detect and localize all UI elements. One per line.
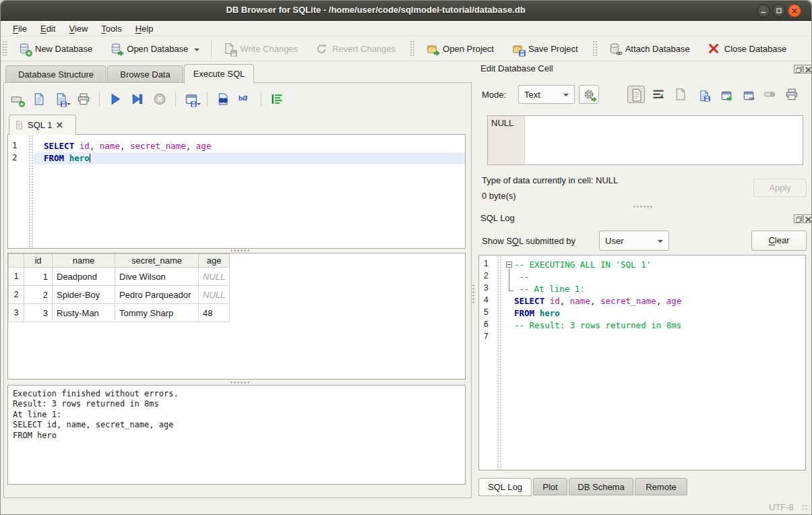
- print-cell-button[interactable]: [783, 86, 801, 103]
- close-panel-button[interactable]: [803, 65, 812, 73]
- cell-name[interactable]: Rusty-Man: [53, 304, 115, 322]
- import-data-button: [672, 86, 689, 103]
- toolbar-drag-handle[interactable]: [2, 40, 8, 57]
- column-header-name[interactable]: name: [53, 254, 115, 268]
- results-header-row: id name secret_name age: [9, 254, 230, 268]
- open-database-dropdown-icon[interactable]: [194, 49, 199, 54]
- tab-database-structure[interactable]: Database Structure: [5, 65, 106, 83]
- word-wrap-button[interactable]: [650, 86, 667, 103]
- cell-id[interactable]: 1: [24, 268, 53, 286]
- copy-link-button[interactable]: [739, 86, 756, 103]
- tab-plot[interactable]: Plot: [533, 478, 567, 495]
- text-mode-button[interactable]: [627, 86, 645, 103]
- new-database-button[interactable]: New Database: [9, 38, 101, 59]
- export-data-button[interactable]: [694, 86, 712, 103]
- cell-age[interactable]: 48: [199, 304, 230, 322]
- row-header[interactable]: 2: [9, 286, 24, 304]
- cell-age[interactable]: NULL: [199, 268, 230, 286]
- row-header[interactable]: 3: [9, 304, 24, 322]
- log-filter-select[interactable]: User: [599, 231, 669, 251]
- tab-db-schema[interactable]: DB Schema: [569, 478, 633, 495]
- execute-all-button[interactable]: [108, 92, 122, 106]
- row-header[interactable]: 1: [9, 268, 24, 286]
- menu-help[interactable]: Help: [129, 22, 160, 35]
- open-external-button[interactable]: [716, 86, 734, 103]
- open-project-button[interactable]: Open Project: [417, 38, 503, 59]
- minimize-icon: [759, 7, 768, 15]
- auto-detect-button[interactable]: [579, 85, 599, 104]
- table-row[interactable]: 3 3 Rusty-Man Tommy Sharp 48: [9, 304, 230, 322]
- open-database-button[interactable]: Open Database: [101, 38, 208, 59]
- mode-select[interactable]: Text: [518, 85, 575, 104]
- line-number: 5: [479, 307, 495, 317]
- toolbar-separator: [207, 92, 208, 107]
- cell-id[interactable]: 3: [24, 304, 53, 322]
- panel-splitter[interactable]: [472, 284, 475, 304]
- corner-header[interactable]: [9, 254, 24, 268]
- toolbar-drag-handle[interactable]: [592, 40, 598, 57]
- float-panel-button[interactable]: [794, 65, 803, 73]
- export-results-button[interactable]: [185, 92, 198, 106]
- column-header-age[interactable]: age: [199, 254, 230, 268]
- maximize-icon: [775, 7, 783, 15]
- tab-browse-data[interactable]: Browse Data: [107, 65, 183, 83]
- cell-size-info: 0 byte(s): [482, 191, 516, 201]
- cell-value-editor[interactable]: NULL: [487, 115, 803, 165]
- save-project-button[interactable]: Save Project: [503, 38, 587, 59]
- results-message-splitter[interactable]: [230, 381, 250, 384]
- cell-age[interactable]: NULL: [199, 286, 230, 304]
- save-sql-dropdown-icon[interactable]: [67, 103, 71, 107]
- find-replace-button[interactable]: ba: [239, 92, 252, 106]
- titlebar[interactable]: DB Browser for SQLite - /home/user/code/…: [1, 1, 811, 21]
- open-sql-file-button[interactable]: [32, 92, 46, 106]
- export-dropdown-icon[interactable]: [197, 103, 201, 107]
- dock-splitter[interactable]: [633, 205, 653, 208]
- window-close-button[interactable]: [788, 4, 801, 18]
- cell-name[interactable]: Spider-Boy: [53, 286, 115, 304]
- save-sql-file-button[interactable]: [55, 92, 68, 106]
- cell-secret-name[interactable]: Tommy Sharp: [115, 304, 199, 322]
- menu-view[interactable]: View: [62, 22, 94, 35]
- code-line-current: FROM hero: [34, 152, 465, 164]
- window-maximize-button[interactable]: [772, 4, 786, 18]
- sql-editor-tab[interactable]: SQL 1: [9, 115, 76, 135]
- menubar: File Edit View Tools Help: [1, 21, 811, 36]
- print-button[interactable]: [77, 92, 90, 106]
- log-filter-label: Show SQL submitted by: [482, 236, 575, 246]
- format-sql-button[interactable]: [270, 92, 284, 106]
- column-header-id[interactable]: id: [24, 254, 53, 268]
- close-tab-icon[interactable]: [56, 121, 63, 129]
- cell-secret-name[interactable]: Dive Wilson: [115, 268, 199, 286]
- menu-tools[interactable]: Tools: [94, 22, 128, 35]
- tab-remote[interactable]: Remote: [635, 478, 687, 495]
- float-panel-button[interactable]: [794, 214, 803, 223]
- execution-status-box[interactable]: Execution finished without errors. Resul…: [7, 385, 466, 485]
- results-grid[interactable]: id name secret_name age 1 1 Deadpond Div…: [7, 253, 466, 380]
- table-row[interactable]: 1 1 Deadpond Dive Wilson NULL: [9, 268, 230, 286]
- menu-file[interactable]: File: [6, 22, 34, 35]
- menu-edit[interactable]: Edit: [34, 22, 62, 35]
- cell-secret-name[interactable]: Pedro Parqueador: [115, 286, 199, 304]
- close-database-button[interactable]: Close Database: [699, 38, 796, 59]
- sql-editor[interactable]: 1 2 SELECT id, name, secret_name, age FR…: [7, 134, 466, 249]
- fold-marker-icon[interactable]: [506, 262, 512, 268]
- table-row[interactable]: 2 2 Spider-Boy Pedro Parqueador NULL: [9, 286, 230, 304]
- sql-log-view[interactable]: 1 2 3 4 5 6 7 -- EXECUTING ALL IN 'SQL 1…: [478, 255, 806, 471]
- column-header-secret-name[interactable]: secret_name: [115, 254, 199, 268]
- write-changes-button: Write Changes: [214, 38, 307, 59]
- editor-results-splitter[interactable]: [230, 249, 250, 252]
- clear-log-button[interactable]: Clear: [751, 231, 807, 251]
- resize-grip[interactable]: [801, 504, 809, 512]
- mode-label: Mode:: [482, 90, 506, 100]
- find-button[interactable]: [216, 92, 230, 106]
- window-minimize-button[interactable]: [757, 4, 770, 18]
- execute-current-line-button[interactable]: [131, 92, 144, 106]
- cell-name[interactable]: Deadpond: [53, 268, 115, 286]
- open-new-tab-button[interactable]: [10, 92, 24, 106]
- tab-execute-sql[interactable]: Execute SQL: [184, 64, 254, 84]
- tab-sql-log[interactable]: SQL Log: [478, 478, 532, 496]
- cell-id[interactable]: 2: [24, 286, 53, 304]
- attach-database-button[interactable]: Attach Database: [600, 38, 699, 59]
- close-panel-button[interactable]: [803, 214, 812, 223]
- toolbar-drag-handle[interactable]: [410, 40, 416, 57]
